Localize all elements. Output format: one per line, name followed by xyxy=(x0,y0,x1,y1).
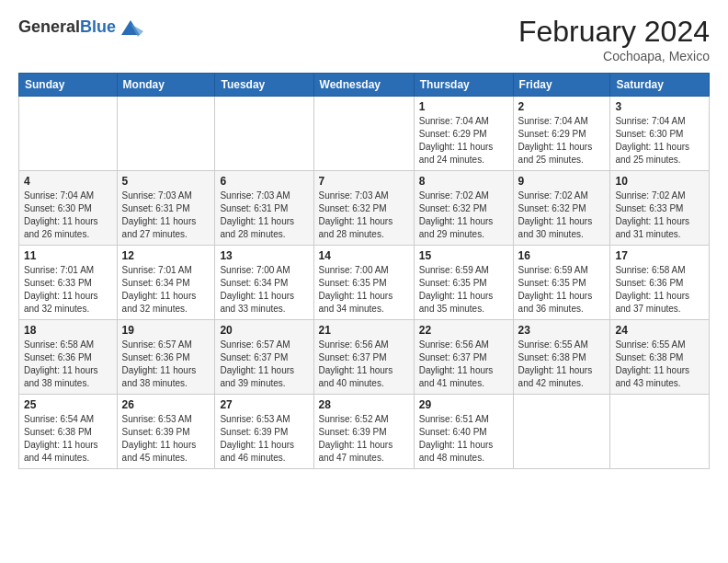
calendar-cell: 11Sunrise: 7:01 AM Sunset: 6:33 PM Dayli… xyxy=(19,246,118,320)
calendar-cell: 2Sunrise: 7:04 AM Sunset: 6:29 PM Daylig… xyxy=(513,97,610,171)
calendar-cell: 7Sunrise: 7:03 AM Sunset: 6:32 PM Daylig… xyxy=(313,171,414,246)
day-number: 23 xyxy=(518,324,606,337)
month-title: February 2024 xyxy=(518,15,710,49)
day-info: Sunrise: 6:55 AM Sunset: 6:38 PM Dayligh… xyxy=(615,339,704,390)
logo: GeneralBlue xyxy=(18,15,143,40)
day-info: Sunrise: 7:00 AM Sunset: 6:35 PM Dayligh… xyxy=(319,264,409,316)
weekday-row: Sunday Monday Tuesday Wednesday Thursday… xyxy=(19,74,710,97)
logo-blue-text: Blue xyxy=(80,17,116,36)
day-number: 3 xyxy=(615,100,704,113)
calendar-cell: 9Sunrise: 7:02 AM Sunset: 6:32 PM Daylig… xyxy=(513,171,610,246)
day-number: 15 xyxy=(419,249,508,262)
calendar-cell xyxy=(117,97,215,171)
day-number: 29 xyxy=(419,398,508,411)
calendar-cell: 6Sunrise: 7:03 AM Sunset: 6:31 PM Daylig… xyxy=(215,171,313,246)
day-number: 6 xyxy=(220,175,308,188)
calendar-cell: 13Sunrise: 7:00 AM Sunset: 6:34 PM Dayli… xyxy=(215,246,313,320)
calendar-cell: 21Sunrise: 6:56 AM Sunset: 6:37 PM Dayli… xyxy=(313,320,414,395)
weekday-saturday: Saturday xyxy=(610,74,710,97)
day-info: Sunrise: 7:02 AM Sunset: 6:32 PM Dayligh… xyxy=(419,190,508,241)
calendar-cell: 25Sunrise: 6:54 AM Sunset: 6:38 PM Dayli… xyxy=(19,395,118,469)
day-number: 13 xyxy=(220,249,308,262)
weekday-friday: Friday xyxy=(513,74,610,97)
day-info: Sunrise: 7:02 AM Sunset: 6:32 PM Dayligh… xyxy=(518,190,606,241)
logo-icon xyxy=(118,15,143,40)
header: GeneralBlue February 2024 Cochoapa, Mexi… xyxy=(18,15,710,63)
day-number: 16 xyxy=(518,249,606,262)
weekday-tuesday: Tuesday xyxy=(215,74,313,97)
calendar-cell: 12Sunrise: 7:01 AM Sunset: 6:34 PM Dayli… xyxy=(117,246,215,320)
day-number: 22 xyxy=(419,324,508,337)
day-info: Sunrise: 7:03 AM Sunset: 6:31 PM Dayligh… xyxy=(122,190,210,241)
day-info: Sunrise: 6:54 AM Sunset: 6:38 PM Dayligh… xyxy=(24,413,112,465)
day-number: 24 xyxy=(615,324,704,337)
day-number: 25 xyxy=(24,398,112,411)
day-info: Sunrise: 6:58 AM Sunset: 6:36 PM Dayligh… xyxy=(24,339,112,390)
day-info: Sunrise: 6:58 AM Sunset: 6:36 PM Dayligh… xyxy=(615,264,704,316)
day-info: Sunrise: 6:56 AM Sunset: 6:37 PM Dayligh… xyxy=(319,339,409,390)
day-info: Sunrise: 7:04 AM Sunset: 6:29 PM Dayligh… xyxy=(518,115,606,167)
day-info: Sunrise: 6:52 AM Sunset: 6:39 PM Dayligh… xyxy=(319,413,409,465)
calendar-cell: 28Sunrise: 6:52 AM Sunset: 6:39 PM Dayli… xyxy=(313,395,414,469)
day-number: 12 xyxy=(122,249,210,262)
day-number: 17 xyxy=(615,249,704,262)
day-number: 18 xyxy=(24,324,112,337)
day-info: Sunrise: 7:03 AM Sunset: 6:31 PM Dayligh… xyxy=(220,190,308,241)
title-block: February 2024 Cochoapa, Mexico xyxy=(518,15,710,63)
day-number: 26 xyxy=(122,398,210,411)
calendar-week-4: 25Sunrise: 6:54 AM Sunset: 6:38 PM Dayli… xyxy=(19,395,710,469)
weekday-monday: Monday xyxy=(117,74,215,97)
day-info: Sunrise: 6:57 AM Sunset: 6:37 PM Dayligh… xyxy=(220,339,308,390)
day-number: 14 xyxy=(319,249,409,262)
day-info: Sunrise: 6:56 AM Sunset: 6:37 PM Dayligh… xyxy=(419,339,508,390)
day-info: Sunrise: 6:53 AM Sunset: 6:39 PM Dayligh… xyxy=(122,413,210,465)
day-number: 28 xyxy=(319,398,409,411)
day-number: 8 xyxy=(419,175,508,188)
calendar-cell: 14Sunrise: 7:00 AM Sunset: 6:35 PM Dayli… xyxy=(313,246,414,320)
day-info: Sunrise: 7:01 AM Sunset: 6:34 PM Dayligh… xyxy=(122,264,210,316)
calendar-cell: 20Sunrise: 6:57 AM Sunset: 6:37 PM Dayli… xyxy=(215,320,313,395)
day-info: Sunrise: 6:51 AM Sunset: 6:40 PM Dayligh… xyxy=(419,413,508,465)
day-info: Sunrise: 7:04 AM Sunset: 6:30 PM Dayligh… xyxy=(615,115,704,167)
calendar-header: Sunday Monday Tuesday Wednesday Thursday… xyxy=(19,74,710,97)
day-number: 4 xyxy=(24,175,112,188)
calendar-cell: 24Sunrise: 6:55 AM Sunset: 6:38 PM Dayli… xyxy=(610,320,710,395)
calendar-cell: 10Sunrise: 7:02 AM Sunset: 6:33 PM Dayli… xyxy=(610,171,710,246)
calendar-cell xyxy=(19,97,118,171)
calendar-body: 1Sunrise: 7:04 AM Sunset: 6:29 PM Daylig… xyxy=(19,97,710,469)
calendar-cell: 16Sunrise: 6:59 AM Sunset: 6:35 PM Dayli… xyxy=(513,246,610,320)
day-info: Sunrise: 6:53 AM Sunset: 6:39 PM Dayligh… xyxy=(220,413,308,465)
day-info: Sunrise: 6:57 AM Sunset: 6:36 PM Dayligh… xyxy=(122,339,210,390)
calendar-week-0: 1Sunrise: 7:04 AM Sunset: 6:29 PM Daylig… xyxy=(19,97,710,171)
day-info: Sunrise: 6:59 AM Sunset: 6:35 PM Dayligh… xyxy=(518,264,606,316)
calendar-cell: 15Sunrise: 6:59 AM Sunset: 6:35 PM Dayli… xyxy=(414,246,513,320)
calendar-cell: 27Sunrise: 6:53 AM Sunset: 6:39 PM Dayli… xyxy=(215,395,313,469)
day-number: 1 xyxy=(419,100,508,113)
day-number: 11 xyxy=(24,249,112,262)
day-number: 27 xyxy=(220,398,308,411)
calendar-cell: 5Sunrise: 7:03 AM Sunset: 6:31 PM Daylig… xyxy=(117,171,215,246)
weekday-sunday: Sunday xyxy=(19,74,118,97)
calendar-week-2: 11Sunrise: 7:01 AM Sunset: 6:33 PM Dayli… xyxy=(19,246,710,320)
day-number: 5 xyxy=(122,175,210,188)
calendar-cell: 23Sunrise: 6:55 AM Sunset: 6:38 PM Dayli… xyxy=(513,320,610,395)
page: GeneralBlue February 2024 Cochoapa, Mexi… xyxy=(0,0,728,563)
day-number: 2 xyxy=(518,100,606,113)
calendar-table: Sunday Monday Tuesday Wednesday Thursday… xyxy=(18,73,710,469)
calendar-cell xyxy=(313,97,414,171)
day-number: 21 xyxy=(319,324,409,337)
calendar-cell xyxy=(610,395,710,469)
calendar-cell: 4Sunrise: 7:04 AM Sunset: 6:30 PM Daylig… xyxy=(19,171,118,246)
day-number: 20 xyxy=(220,324,308,337)
day-info: Sunrise: 7:00 AM Sunset: 6:34 PM Dayligh… xyxy=(220,264,308,316)
day-info: Sunrise: 7:04 AM Sunset: 6:29 PM Dayligh… xyxy=(419,115,508,167)
calendar-cell: 26Sunrise: 6:53 AM Sunset: 6:39 PM Dayli… xyxy=(117,395,215,469)
day-number: 10 xyxy=(615,175,704,188)
day-info: Sunrise: 6:55 AM Sunset: 6:38 PM Dayligh… xyxy=(518,339,606,390)
day-info: Sunrise: 6:59 AM Sunset: 6:35 PM Dayligh… xyxy=(419,264,508,316)
day-info: Sunrise: 7:02 AM Sunset: 6:33 PM Dayligh… xyxy=(615,190,704,241)
weekday-thursday: Thursday xyxy=(414,74,513,97)
calendar-week-1: 4Sunrise: 7:04 AM Sunset: 6:30 PM Daylig… xyxy=(19,171,710,246)
location: Cochoapa, Mexico xyxy=(518,49,710,63)
calendar-cell: 1Sunrise: 7:04 AM Sunset: 6:29 PM Daylig… xyxy=(414,97,513,171)
